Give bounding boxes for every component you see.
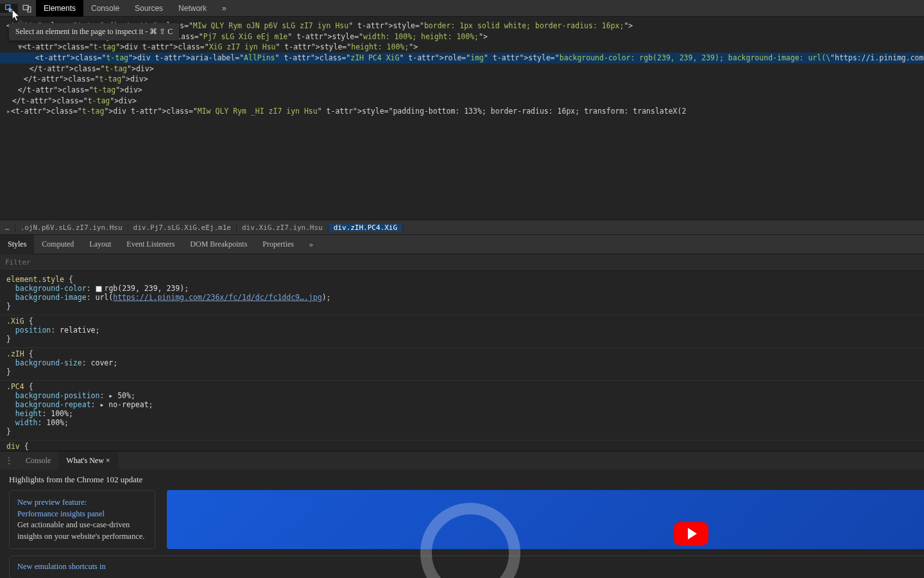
card-title: New emulation shortcuts in (17, 562, 106, 571)
devtools-tab-more[interactable]: » (214, 0, 234, 17)
breadcrumb-item[interactable]: div.Pj7.sLG.XiG.eEj.m1e (128, 223, 237, 232)
styles-tab[interactable]: Styles (0, 235, 34, 254)
whatsnew-video[interactable]: new (167, 490, 924, 549)
devtools-tab-console[interactable]: Console (83, 0, 127, 17)
css-rule[interactable]: div {user agent stylesheet} (0, 441, 924, 451)
css-rule[interactable]: .PC4 {_client-aut…bf559.css:1 background… (0, 381, 924, 441)
dom-node[interactable]: </t-attr">class="t-tag">div> (0, 64, 924, 74)
dom-node[interactable]: </t-attr">class="t-tag">div> (0, 96, 924, 107)
drawer-tab-whatsnew[interactable]: What's New × (58, 451, 117, 469)
styles-tab[interactable]: Properties (255, 235, 302, 254)
styles-tab[interactable]: Layout (81, 235, 119, 254)
dom-node[interactable]: </t-attr">class="t-tag">div> (0, 74, 924, 85)
styles-tab[interactable]: DOM Breakpoints (182, 235, 255, 254)
inspect-element-icon[interactable] (0, 4, 18, 13)
inspect-tooltip: Select an element in the page to inspect… (9, 23, 179, 40)
dom-tree[interactable]: <t-attr">class="t-tag">div t-attr">class… (0, 17, 924, 220)
breadcrumb-item[interactable]: div.XiG.zI7.iyn.Hsu (237, 223, 329, 232)
dom-node[interactable]: <t-attr">class="t-tag">div t-attr">aria-… (0, 53, 924, 64)
whatsnew-card-1[interactable]: New preview feature: Performance insight… (9, 490, 155, 549)
youtube-play-icon[interactable] (674, 522, 708, 545)
devtools-tab-sources[interactable]: Sources (127, 0, 171, 17)
css-rule[interactable]: element.style { background-color: rgb(23… (0, 274, 924, 315)
breadcrumb-item[interactable]: .ojN.p6V.sLG.zI7.iyn.Hsu (15, 223, 128, 232)
styles-tab[interactable]: Computed (34, 235, 81, 254)
device-toolbar-icon[interactable] (18, 4, 36, 13)
card-body: Get actionable and use-case-driven insig… (17, 520, 144, 541)
styles-tab-more[interactable]: » (302, 235, 321, 254)
devtools-tab-network[interactable]: Network (171, 0, 214, 17)
breadcrumb-item[interactable]: … (0, 223, 15, 232)
dom-node[interactable]: ▸<t-attr">class="t-tag">div t-attr">clas… (0, 106, 924, 117)
dom-node[interactable]: ▼<t-attr">class="t-tag">div t-attr">clas… (0, 42, 924, 53)
devtools-tab-elements[interactable]: Elements (36, 0, 83, 17)
css-rule[interactable]: .XiG {_client-aut…bf559.css:1 position: … (0, 315, 924, 348)
breadcrumb-item[interactable]: div.zIH.PC4.XiG (329, 223, 403, 232)
whatsnew-headline: Highlights from the Chrome 102 update (0, 469, 924, 490)
drawer-tab-close-icon[interactable]: × (106, 456, 110, 466)
dom-node[interactable]: </t-attr">class="t-tag">div> (0, 85, 924, 96)
card-link[interactable]: Performance insights panel (17, 509, 105, 518)
card-title: New preview feature: (17, 498, 87, 507)
drawer-tab-console[interactable]: Console (18, 451, 58, 469)
breadcrumb[interactable]: ….ojN.p6V.sLG.zI7.iyn.Hsudiv.Pj7.sLG.XiG… (0, 220, 924, 235)
drawer-menu-icon[interactable]: ⋮ (0, 456, 18, 465)
styles-tab[interactable]: Event Listeners (119, 235, 182, 254)
styles-panel[interactable]: element.style { background-color: rgb(23… (0, 271, 924, 451)
styles-filter-input[interactable] (5, 258, 924, 267)
css-rule[interactable]: .zIH {_client-aut…bf559.css:1 background… (0, 348, 924, 381)
